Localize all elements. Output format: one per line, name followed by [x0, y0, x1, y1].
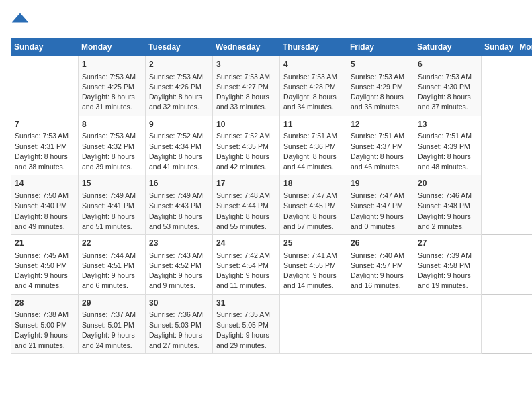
day-number: 6 [418, 59, 478, 71]
day-number: 4 [283, 59, 343, 71]
calendar-cell: 27Sunrise: 7:39 AMSunset: 4:58 PMDayligh… [414, 235, 482, 295]
day-number: 2 [149, 59, 209, 71]
day-number: 18 [283, 178, 343, 189]
calendar-cell: 22Sunrise: 7:44 AMSunset: 4:51 PMDayligh… [79, 235, 146, 295]
day-number: 21 [15, 238, 75, 249]
header-saturday: Saturday [414, 38, 482, 56]
day-info: Sunrise: 7:53 AMSunset: 4:25 PMDaylight:… [82, 72, 142, 113]
day-number: 11 [283, 119, 343, 130]
calendar-week-row: 1Sunrise: 7:53 AMSunset: 4:25 PMDaylight… [11, 56, 533, 116]
day-info: Sunrise: 7:53 AMSunset: 4:32 PMDaylight:… [82, 131, 142, 172]
header-monday: Monday [79, 38, 146, 56]
day-number: 9 [149, 119, 209, 130]
calendar-cell: 11Sunrise: 7:51 AMSunset: 4:36 PMDayligh… [280, 116, 347, 175]
day-info: Sunrise: 7:52 AMSunset: 4:35 PMDaylight:… [216, 131, 276, 172]
svg-marker-0 [12, 13, 29, 23]
day-number: 30 [149, 298, 209, 309]
calendar-cell: 15Sunrise: 7:49 AMSunset: 4:41 PMDayligh… [79, 175, 146, 235]
calendar-cell: 7Sunrise: 7:53 AMSunset: 4:31 PMDaylight… [11, 116, 79, 175]
calendar-cell: 14Sunrise: 7:50 AMSunset: 4:40 PMDayligh… [11, 175, 79, 235]
day-info: Sunrise: 7:40 AMSunset: 4:57 PMDaylight:… [351, 250, 410, 291]
day-info: Sunrise: 7:42 AMSunset: 4:54 PMDaylight:… [216, 250, 276, 291]
calendar-cell: 13Sunrise: 7:51 AMSunset: 4:39 PMDayligh… [414, 116, 482, 175]
calendar-cell: 1Sunrise: 7:53 AMSunset: 4:25 PMDaylight… [79, 56, 146, 116]
day-info: Sunrise: 7:51 AMSunset: 4:39 PMDaylight:… [418, 131, 478, 172]
day-info: Sunrise: 7:53 AMSunset: 4:29 PMDaylight:… [351, 72, 410, 113]
day-info: Sunrise: 7:35 AMSunset: 5:05 PMDaylight:… [216, 310, 276, 351]
header-sunday: Sunday [11, 38, 79, 56]
calendar-cell [280, 294, 347, 354]
calendar-cell: 3Sunrise: 7:53 AMSunset: 4:27 PMDaylight… [213, 56, 280, 116]
calendar-cell: 6Sunrise: 7:53 AMSunset: 4:30 PMDaylight… [414, 56, 482, 116]
day-number: 12 [351, 119, 410, 130]
day-info: Sunrise: 7:53 AMSunset: 4:26 PMDaylight:… [149, 72, 209, 113]
calendar-cell: 21Sunrise: 7:45 AMSunset: 4:50 PMDayligh… [11, 235, 79, 295]
calendar-cell: 30Sunrise: 7:36 AMSunset: 5:03 PMDayligh… [146, 294, 213, 354]
day-number: 10 [216, 119, 276, 130]
day-number: 17 [216, 178, 276, 189]
day-number: 27 [418, 238, 478, 249]
day-info: Sunrise: 7:43 AMSunset: 4:52 PMDaylight:… [149, 250, 209, 291]
day-number: 15 [82, 178, 142, 189]
calendar-cell: 16Sunrise: 7:49 AMSunset: 4:43 PMDayligh… [146, 175, 213, 235]
calendar-cell: 9Sunrise: 7:52 AMSunset: 4:34 PMDaylight… [146, 116, 213, 175]
calendar-cell: 19Sunrise: 7:47 AMSunset: 4:47 PMDayligh… [347, 175, 414, 235]
day-info: Sunrise: 7:36 AMSunset: 5:03 PMDaylight:… [149, 310, 209, 351]
day-info: Sunrise: 7:44 AMSunset: 4:51 PMDaylight:… [82, 250, 142, 291]
logo-icon [11, 11, 30, 30]
calendar-cell: 25Sunrise: 7:41 AMSunset: 4:55 PMDayligh… [280, 235, 347, 295]
calendar-cell: 28Sunrise: 7:38 AMSunset: 5:00 PMDayligh… [11, 294, 79, 354]
day-number: 5 [351, 59, 410, 71]
day-info: Sunrise: 7:38 AMSunset: 5:00 PMDaylight:… [15, 310, 75, 351]
calendar-cell: 12Sunrise: 7:51 AMSunset: 4:37 PMDayligh… [347, 116, 414, 175]
day-number: 29 [82, 298, 142, 309]
calendar-header-row: SundayMondayTuesdayWednesdayThursdayFrid… [11, 38, 533, 56]
day-number: 19 [351, 178, 410, 189]
page-header [11, 11, 521, 30]
calendar-cell: 31Sunrise: 7:35 AMSunset: 5:05 PMDayligh… [213, 294, 280, 354]
calendar-cell: 5Sunrise: 7:53 AMSunset: 4:29 PMDaylight… [347, 56, 414, 116]
day-info: Sunrise: 7:47 AMSunset: 4:45 PMDaylight:… [283, 191, 343, 232]
day-info: Sunrise: 7:51 AMSunset: 4:36 PMDaylight:… [283, 131, 343, 172]
day-number: 31 [216, 298, 276, 309]
header-wednesday: Wednesday [213, 38, 280, 56]
day-info: Sunrise: 7:49 AMSunset: 4:41 PMDaylight:… [82, 191, 142, 232]
calendar-table: SundayMondayTuesdayWednesdayThursdayFrid… [11, 38, 532, 354]
day-number: 13 [418, 119, 478, 130]
day-number: 14 [15, 178, 75, 189]
calendar-week-row: 21Sunrise: 7:45 AMSunset: 4:50 PMDayligh… [11, 235, 533, 295]
calendar-cell: 2Sunrise: 7:53 AMSunset: 4:26 PMDaylight… [146, 56, 213, 116]
calendar-cell [414, 294, 482, 354]
day-info: Sunrise: 7:46 AMSunset: 4:48 PMDaylight:… [418, 191, 478, 232]
day-info: Sunrise: 7:53 AMSunset: 4:27 PMDaylight:… [216, 72, 276, 113]
calendar-week-row: 7Sunrise: 7:53 AMSunset: 4:31 PMDaylight… [11, 116, 533, 175]
calendar-cell: 20Sunrise: 7:46 AMSunset: 4:48 PMDayligh… [414, 175, 482, 235]
header-friday: Friday [347, 38, 414, 56]
day-info: Sunrise: 7:41 AMSunset: 4:55 PMDaylight:… [283, 250, 343, 291]
calendar-week-row: 14Sunrise: 7:50 AMSunset: 4:40 PMDayligh… [11, 175, 533, 235]
calendar-cell: 17Sunrise: 7:48 AMSunset: 4:44 PMDayligh… [213, 175, 280, 235]
day-info: Sunrise: 7:53 AMSunset: 4:30 PMDaylight:… [418, 72, 478, 113]
day-number: 28 [15, 298, 75, 309]
day-info: Sunrise: 7:45 AMSunset: 4:50 PMDaylight:… [15, 250, 75, 291]
day-number: 25 [283, 238, 343, 249]
calendar-cell: 24Sunrise: 7:42 AMSunset: 4:54 PMDayligh… [213, 235, 280, 295]
day-info: Sunrise: 7:39 AMSunset: 4:58 PMDaylight:… [418, 250, 478, 291]
day-info: Sunrise: 7:53 AMSunset: 4:31 PMDaylight:… [15, 131, 75, 172]
day-info: Sunrise: 7:53 AMSunset: 4:28 PMDaylight:… [283, 72, 343, 113]
day-number: 1 [82, 59, 142, 71]
header-thursday: Thursday [280, 38, 347, 56]
day-info: Sunrise: 7:47 AMSunset: 4:47 PMDaylight:… [351, 191, 410, 232]
day-info: Sunrise: 7:52 AMSunset: 4:34 PMDaylight:… [149, 131, 209, 172]
day-info: Sunrise: 7:37 AMSunset: 5:01 PMDaylight:… [82, 310, 142, 351]
calendar-cell: 10Sunrise: 7:52 AMSunset: 4:35 PMDayligh… [213, 116, 280, 175]
day-info: Sunrise: 7:51 AMSunset: 4:37 PMDaylight:… [351, 131, 410, 172]
header-tuesday: Tuesday [146, 38, 213, 56]
calendar-cell: 26Sunrise: 7:40 AMSunset: 4:57 PMDayligh… [347, 235, 414, 295]
day-info: Sunrise: 7:50 AMSunset: 4:40 PMDaylight:… [15, 191, 75, 232]
header-day-monday: Monday [517, 38, 532, 56]
day-number: 7 [15, 119, 75, 130]
calendar-cell [347, 294, 414, 354]
day-number: 20 [418, 178, 478, 189]
day-number: 24 [216, 238, 276, 249]
